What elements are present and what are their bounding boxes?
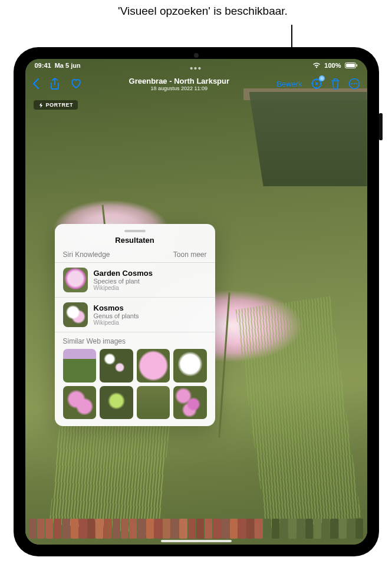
- filmstrip-thumb[interactable]: [137, 519, 145, 539]
- front-camera: [194, 53, 199, 58]
- filmstrip-thumb[interactable]: [196, 519, 204, 539]
- filmstrip-thumb[interactable]: [188, 519, 196, 539]
- trash-icon[interactable]: [331, 78, 340, 90]
- filmstrip-thumb[interactable]: [179, 519, 187, 539]
- ipad-frame: 09:41 Ma 5 jun ••• 100%: [14, 47, 379, 556]
- svg-point-6: [351, 83, 352, 84]
- favorite-icon[interactable]: [70, 78, 82, 89]
- knowledge-row[interactable]: Kosmos Genus of plants Wikipedia: [55, 298, 215, 332]
- similar-images-label: Similar Web images: [55, 332, 215, 349]
- svg-rect-1: [346, 64, 355, 67]
- filmstrip-thumb[interactable]: [213, 519, 220, 539]
- svg-point-4: [315, 83, 317, 85]
- filmstrip-thumb[interactable]: [347, 519, 355, 539]
- portrait-badge-label: PORTRET: [46, 102, 74, 108]
- filmstrip-thumb[interactable]: [79, 519, 87, 539]
- knowledge-subtitle: Genus of plants: [94, 312, 139, 319]
- portrait-badge: PORTRET: [34, 100, 78, 110]
- status-time: 09:41: [35, 62, 51, 69]
- back-icon[interactable]: [32, 78, 39, 89]
- filmstrip-thumb[interactable]: [288, 519, 296, 539]
- battery-percent: 100%: [324, 62, 341, 69]
- knowledge-source: Wikipedia: [94, 319, 139, 326]
- filmstrip-thumb[interactable]: [129, 519, 137, 539]
- filmstrip-thumb[interactable]: [37, 519, 45, 539]
- svg-rect-2: [356, 64, 357, 67]
- filmstrip-thumb[interactable]: [71, 519, 78, 539]
- similar-image-thumb[interactable]: [63, 349, 97, 383]
- siri-knowledge-label: Siri Knowledge: [63, 250, 110, 259]
- similar-image-thumb[interactable]: [137, 349, 170, 383]
- knowledge-thumbnail: [63, 268, 88, 292]
- svg-point-7: [353, 83, 354, 84]
- visual-lookup-icon[interactable]: [311, 78, 322, 90]
- similar-image-thumb[interactable]: [100, 386, 133, 420]
- more-icon[interactable]: [348, 78, 360, 90]
- status-bar: 09:41 Ma 5 jun ••• 100%: [25, 59, 367, 72]
- filmstrip-thumb[interactable]: [355, 519, 363, 539]
- similar-images-grid: [55, 349, 215, 419]
- share-icon[interactable]: [50, 78, 60, 90]
- visual-lookup-results-sheet[interactable]: Resultaten Siri Knowledge Toon meer Gard…: [55, 224, 215, 426]
- knowledge-title: Garden Cosmos: [94, 269, 153, 278]
- results-title: Resultaten: [55, 236, 215, 245]
- filmstrip-thumb[interactable]: [305, 519, 313, 539]
- filmstrip-thumb[interactable]: [272, 519, 279, 539]
- photo-title: Greenbrae - North Larkspur: [82, 77, 277, 85]
- filmstrip-thumb[interactable]: [87, 519, 95, 539]
- filmstrip-thumb[interactable]: [146, 519, 154, 539]
- filmstrip-thumb[interactable]: [314, 519, 321, 539]
- filmstrip-thumb[interactable]: [255, 519, 262, 539]
- filmstrip-thumb[interactable]: [95, 519, 103, 539]
- sheet-grabber[interactable]: [124, 230, 146, 232]
- similar-image-thumb[interactable]: [173, 386, 207, 420]
- filmstrip-thumb[interactable]: [330, 519, 338, 539]
- filmstrip-thumb[interactable]: [29, 519, 37, 539]
- home-indicator[interactable]: [161, 540, 232, 542]
- photos-filmstrip[interactable]: [25, 519, 367, 539]
- knowledge-thumbnail: [63, 302, 88, 327]
- knowledge-row[interactable]: Garden Cosmos Species of plant Wikipedia: [55, 263, 215, 298]
- filmstrip-thumb[interactable]: [246, 519, 254, 539]
- filmstrip-thumb[interactable]: [45, 519, 53, 539]
- status-date: Ma 5 jun: [55, 62, 81, 69]
- filmstrip-thumb[interactable]: [230, 519, 238, 539]
- filmstrip-thumb[interactable]: [222, 519, 229, 539]
- similar-image-thumb[interactable]: [63, 386, 97, 420]
- photo-subtitle: 18 augustus 2022 11:09: [82, 85, 277, 91]
- filmstrip-thumb[interactable]: [263, 519, 271, 539]
- bolt-icon: [38, 103, 44, 108]
- callout-label: 'Visueel opzoeken' is beschikbaar.: [118, 5, 392, 18]
- filmstrip-thumb[interactable]: [104, 519, 111, 539]
- ipad-screen: 09:41 Ma 5 jun ••• 100%: [25, 59, 367, 545]
- filmstrip-thumb[interactable]: [113, 519, 120, 539]
- filmstrip-thumb[interactable]: [154, 519, 162, 539]
- photo-toolbar: Greenbrae - North Larkspur 18 augustus 2…: [25, 72, 367, 95]
- battery-icon: [345, 62, 358, 68]
- edit-button[interactable]: Bewerk: [276, 80, 302, 88]
- siri-knowledge-header: Siri Knowledge Toon meer: [55, 250, 215, 263]
- filmstrip-thumb[interactable]: [280, 519, 288, 539]
- show-more-button[interactable]: Toon meer: [173, 250, 207, 259]
- knowledge-title: Kosmos: [94, 304, 139, 312]
- similar-image-thumb[interactable]: [173, 349, 207, 383]
- filmstrip-thumb[interactable]: [163, 519, 170, 539]
- wifi-icon: [312, 62, 321, 68]
- filmstrip-thumb[interactable]: [54, 519, 61, 539]
- knowledge-subtitle: Species of plant: [94, 278, 153, 285]
- filmstrip-thumb[interactable]: [322, 519, 330, 539]
- filmstrip-thumb[interactable]: [339, 519, 347, 539]
- svg-point-8: [355, 83, 357, 84]
- filmstrip-thumb[interactable]: [62, 519, 70, 539]
- filmstrip-thumb[interactable]: [205, 519, 212, 539]
- power-button: [379, 113, 383, 140]
- similar-image-thumb[interactable]: [100, 349, 133, 383]
- knowledge-source: Wikipedia: [94, 285, 153, 291]
- filmstrip-thumb[interactable]: [121, 519, 129, 539]
- filmstrip-thumb[interactable]: [238, 519, 246, 539]
- filmstrip-thumb[interactable]: [171, 519, 179, 539]
- filmstrip-thumb[interactable]: [297, 519, 305, 539]
- similar-image-thumb[interactable]: [137, 386, 170, 420]
